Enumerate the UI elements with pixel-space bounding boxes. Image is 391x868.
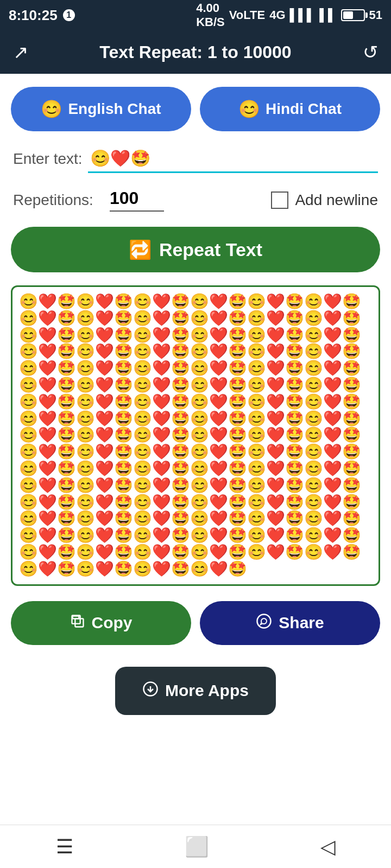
- data-speed: 4.00 KB/S: [196, 1, 225, 29]
- text-input-label: Enter text:: [13, 150, 83, 173]
- app-bar: ↗ Text Repeat: 1 to 10000 ↺: [0, 30, 391, 74]
- battery-icon: [341, 9, 365, 21]
- newline-section: Add newline: [271, 192, 378, 209]
- signal-bars: ▌▌▌: [290, 8, 316, 22]
- svg-rect-0: [75, 618, 83, 627]
- action-buttons-row: Copy Share: [11, 601, 380, 645]
- share-label: Share: [279, 614, 324, 632]
- add-newline-checkbox[interactable]: [271, 192, 288, 209]
- chat-buttons-row: 😊 English Chat 😊 Hindi Chat: [11, 87, 380, 131]
- share-icon[interactable]: ↗: [13, 41, 28, 63]
- hindi-chat-button[interactable]: 😊 Hindi Chat: [200, 87, 380, 131]
- repeat-text-label: Repeat Text: [159, 239, 262, 260]
- add-newline-label: Add newline: [295, 192, 378, 209]
- more-apps-button[interactable]: More Apps: [115, 667, 276, 715]
- nav-home-icon[interactable]: ⬜: [185, 835, 209, 858]
- english-chat-icon: 😊: [41, 99, 62, 119]
- hindi-chat-label: Hindi Chat: [266, 100, 342, 118]
- signal-4g: 4G: [269, 8, 285, 22]
- nav-menu-icon[interactable]: ☰: [56, 835, 73, 858]
- repeat-text-button[interactable]: 🔁 Repeat Text: [11, 227, 380, 272]
- more-apps-section: More Apps: [11, 667, 380, 715]
- repetitions-row: Repetitions: Add newline: [11, 188, 380, 212]
- repetitions-input[interactable]: [110, 188, 164, 208]
- english-chat-button[interactable]: 😊 English Chat: [11, 87, 191, 131]
- text-input[interactable]: [88, 146, 378, 171]
- text-input-wrapper: [88, 146, 378, 173]
- more-apps-label: More Apps: [165, 681, 249, 700]
- nav-back-icon[interactable]: ◁: [320, 835, 336, 858]
- signal-bars2: ▌▌: [319, 8, 336, 22]
- main-content: 😊 English Chat 😊 Hindi Chat Enter text: …: [0, 74, 391, 791]
- refresh-icon[interactable]: ↺: [363, 41, 378, 63]
- notification-badge: 1: [63, 9, 75, 21]
- repetitions-label: Repetitions:: [13, 192, 93, 209]
- output-box: 😊❤️🤩😊❤️🤩😊❤️🤩😊❤️🤩😊❤️🤩😊❤️🤩😊❤️🤩😊❤️🤩😊❤️🤩😊❤️🤩…: [11, 285, 380, 586]
- status-time: 8:10:25: [9, 7, 58, 24]
- status-bar: 8:10:25 1 4.00 KB/S VoLTE 4G ▌▌▌ ▌▌ 51: [0, 0, 391, 30]
- whatsapp-icon: [256, 613, 272, 633]
- rep-input-wrapper: [110, 188, 164, 212]
- copy-button[interactable]: Copy: [11, 601, 191, 645]
- battery-level: 51: [369, 8, 382, 22]
- share-button[interactable]: Share: [200, 601, 380, 645]
- hindi-chat-icon: 😊: [238, 99, 260, 119]
- copy-label: Copy: [92, 614, 133, 632]
- copy-icon: [70, 614, 85, 633]
- english-chat-label: English Chat: [68, 100, 161, 118]
- repeat-icon: 🔁: [129, 239, 152, 260]
- more-apps-icon: [142, 681, 159, 701]
- bottom-nav: ☰ ⬜ ◁: [0, 825, 391, 868]
- network-indicator: VoLTE: [229, 8, 265, 22]
- app-title: Text Repeat: 1 to 10000: [99, 42, 291, 62]
- text-input-row: Enter text:: [11, 146, 380, 173]
- svg-point-2: [257, 614, 271, 628]
